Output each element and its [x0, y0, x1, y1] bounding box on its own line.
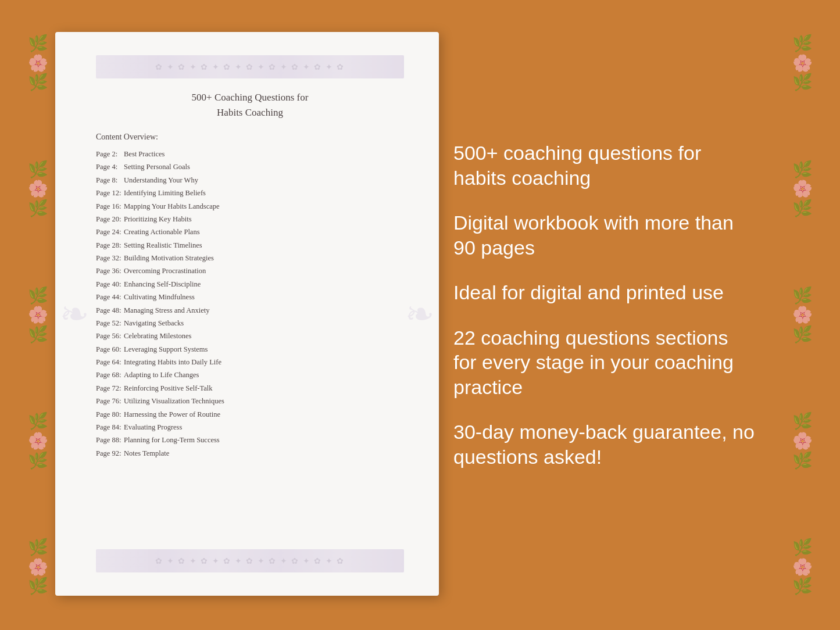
toc-title: Overcoming Procrastination: [124, 267, 206, 275]
floral-sprig: 🌿🌸🌿: [792, 286, 813, 345]
toc-title: Best Practices: [124, 150, 165, 158]
toc-title: Mapping Your Habits Landscape: [124, 202, 220, 210]
toc-title: Understanding Your Why: [124, 176, 198, 184]
toc-item: Page 84:Evaluating Progress: [96, 422, 404, 433]
doc-title-line2: Habits Coaching: [217, 107, 283, 118]
content-overview-label: Content Overview:: [96, 133, 404, 142]
toc-item: Page 4:Setting Personal Goals: [96, 162, 404, 173]
doc-bottom-decoration: [96, 549, 404, 572]
toc-title: Utilizing Visualization Techniques: [124, 397, 224, 405]
toc-title: Identifying Limiting Beliefs: [124, 189, 206, 197]
feature-text-3: Ideal for digital and printed use: [453, 280, 756, 305]
toc-page-num: Page 64:: [96, 357, 124, 368]
toc-page-num: Page 28:: [96, 240, 124, 251]
toc-item: Page 68:Adapting to Life Changes: [96, 370, 404, 381]
document-panel: 500+ Coaching Questions for Habits Coach…: [55, 32, 439, 596]
toc-item: Page 80:Harnessing the Power of Routine: [96, 409, 404, 420]
toc-item: Page 88:Planning for Long-Term Success: [96, 435, 404, 446]
toc-item: Page 16:Mapping Your Habits Landscape: [96, 201, 404, 212]
doc-side-right-decoration: ❧: [405, 293, 434, 335]
toc-page-num: Page 32:: [96, 253, 124, 264]
toc-page-num: Page 68:: [96, 370, 124, 381]
toc-title: Planning for Long-Term Success: [124, 436, 220, 444]
toc-page-num: Page 76:: [96, 396, 124, 407]
toc-item: Page 48:Managing Stress and Anxiety: [96, 305, 404, 316]
feature-text-5: 30-day money-back guarantee, no question…: [453, 420, 756, 469]
toc-page-num: Page 8:: [96, 175, 124, 186]
toc-title: Adapting to Life Changes: [124, 371, 199, 379]
toc-item: Page 76:Utilizing Visualization Techniqu…: [96, 396, 404, 407]
toc-page-num: Page 60:: [96, 344, 124, 355]
floral-sprig: 🌿🌸🌿: [792, 411, 813, 470]
toc-title: Integrating Habits into Daily Life: [124, 358, 221, 366]
toc-page-num: Page 44:: [96, 292, 124, 303]
toc-page-num: Page 56:: [96, 331, 124, 342]
toc-title: Notes Template: [124, 449, 169, 457]
toc-item: Page 60:Leveraging Support Systems: [96, 344, 404, 355]
toc-page-num: Page 20:: [96, 214, 124, 225]
toc-page-num: Page 88:: [96, 435, 124, 446]
toc-item: Page 20:Prioritizing Key Habits: [96, 214, 404, 225]
toc-item: Page 32:Building Motivation Strategies: [96, 253, 404, 264]
toc-title: Setting Realistic Timelines: [124, 241, 202, 249]
feature-text-4: 22 coaching questions sections for every…: [453, 325, 756, 400]
toc-page-num: Page 52:: [96, 318, 124, 329]
toc-page-num: Page 92:: [96, 448, 124, 459]
toc-item: Page 56:Celebrating Milestones: [96, 331, 404, 342]
toc-page-num: Page 16:: [96, 201, 124, 212]
toc-title: Enhancing Self-Discipline: [124, 280, 201, 288]
toc-title: Creating Actionable Plans: [124, 228, 200, 236]
toc-title: Harnessing the Power of Routine: [124, 410, 220, 418]
doc-title-line1: 500+ Coaching Questions for: [192, 92, 309, 103]
floral-sprig: 🌿🌸🌿: [792, 538, 813, 596]
floral-sprig: 🌿🌸🌿: [792, 160, 813, 219]
doc-title: 500+ Coaching Questions for Habits Coach…: [96, 90, 404, 120]
floral-sprig: 🌿🌸🌿: [28, 160, 48, 219]
floral-sprig: 🌿🌸🌿: [28, 286, 48, 345]
feature-text-2: Digital workbook with more than 90 pages: [453, 210, 756, 260]
toc-item: Page 44:Cultivating Mindfulness: [96, 292, 404, 303]
floral-sprig: 🌿🌸🌿: [792, 34, 813, 92]
toc-page-num: Page 12:: [96, 188, 124, 199]
feature-text-1: 500+ coaching questions for habits coach…: [453, 141, 756, 190]
floral-sprig: 🌿🌸🌿: [28, 411, 48, 470]
toc-item: Page 2:Best Practices: [96, 149, 404, 160]
toc-title: Cultivating Mindfulness: [124, 293, 195, 301]
toc-item: Page 40:Enhancing Self-Discipline: [96, 279, 404, 290]
toc-title: Prioritizing Key Habits: [124, 215, 192, 223]
toc-page-num: Page 84:: [96, 422, 124, 433]
toc-title: Building Motivation Strategies: [124, 254, 214, 262]
toc-item: Page 92:Notes Template: [96, 448, 404, 459]
toc-item: Page 64:Integrating Habits into Daily Li…: [96, 357, 404, 368]
toc-page-num: Page 4:: [96, 162, 124, 173]
toc-page-num: Page 80:: [96, 409, 124, 420]
toc-item: Page 8:Understanding Your Why: [96, 175, 404, 186]
toc-page-num: Page 48:: [96, 305, 124, 316]
floral-sprig: 🌿🌸🌿: [28, 538, 48, 596]
toc-title: Leveraging Support Systems: [124, 345, 208, 353]
toc-page-num: Page 72:: [96, 383, 124, 394]
toc-page-num: Page 2:: [96, 149, 124, 160]
toc-title: Celebrating Milestones: [124, 332, 191, 340]
toc-item: Page 36:Overcoming Procrastination: [96, 266, 404, 277]
right-features-panel: 500+ coaching questions for habits coach…: [453, 0, 756, 630]
toc-item: Page 72:Reinforcing Positive Self-Talk: [96, 383, 404, 394]
toc-page-num: Page 24:: [96, 227, 124, 238]
toc-title: Navigating Setbacks: [124, 319, 184, 327]
toc-title: Reinforcing Positive Self-Talk: [124, 384, 213, 392]
toc-item: Page 28:Setting Realistic Timelines: [96, 240, 404, 251]
toc-item: Page 52:Navigating Setbacks: [96, 318, 404, 329]
toc-title: Evaluating Progress: [124, 423, 182, 431]
doc-side-left-decoration: ❧: [60, 293, 89, 335]
floral-decoration-right: 🌿🌸🌿 🌿🌸🌿 🌿🌸🌿 🌿🌸🌿 🌿🌸🌿: [764, 0, 840, 630]
doc-top-decoration: [96, 55, 404, 78]
toc-title: Setting Personal Goals: [124, 163, 190, 171]
toc-page-num: Page 36:: [96, 266, 124, 277]
toc-page-num: Page 40:: [96, 279, 124, 290]
table-of-contents: Page 2:Best PracticesPage 4:Setting Pers…: [96, 149, 404, 459]
toc-item: Page 12:Identifying Limiting Beliefs: [96, 188, 404, 199]
toc-title: Managing Stress and Anxiety: [124, 306, 210, 314]
toc-item: Page 24:Creating Actionable Plans: [96, 227, 404, 238]
floral-sprig: 🌿🌸🌿: [28, 34, 48, 92]
